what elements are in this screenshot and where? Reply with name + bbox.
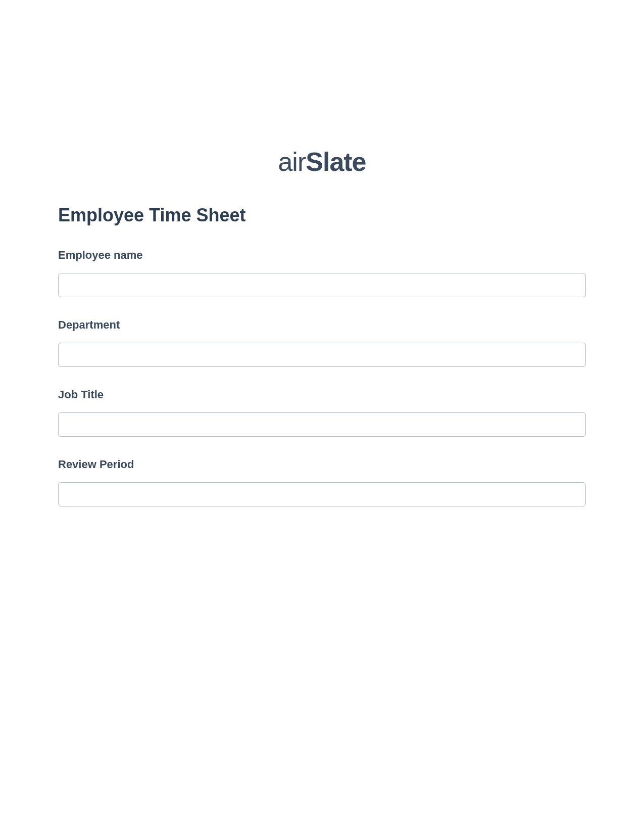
logo: airSlate xyxy=(58,147,586,177)
document-page: airSlate Employee Time Sheet Employee na… xyxy=(0,0,644,506)
label-review-period: Review Period xyxy=(58,458,586,471)
form-title: Employee Time Sheet xyxy=(58,205,586,226)
input-employee-name[interactable] xyxy=(58,273,586,297)
logo-prefix: air xyxy=(278,147,306,176)
label-employee-name: Employee name xyxy=(58,249,586,262)
logo-text: airSlate xyxy=(278,147,366,176)
label-department: Department xyxy=(58,318,586,332)
input-job-title[interactable] xyxy=(58,412,586,437)
field-employee-name: Employee name xyxy=(58,249,586,297)
field-review-period: Review Period xyxy=(58,458,586,506)
logo-suffix: Slate xyxy=(306,147,366,176)
input-review-period[interactable] xyxy=(58,482,586,506)
label-job-title: Job Title xyxy=(58,388,586,401)
input-department[interactable] xyxy=(58,343,586,367)
field-department: Department xyxy=(58,318,586,367)
field-job-title: Job Title xyxy=(58,388,586,437)
